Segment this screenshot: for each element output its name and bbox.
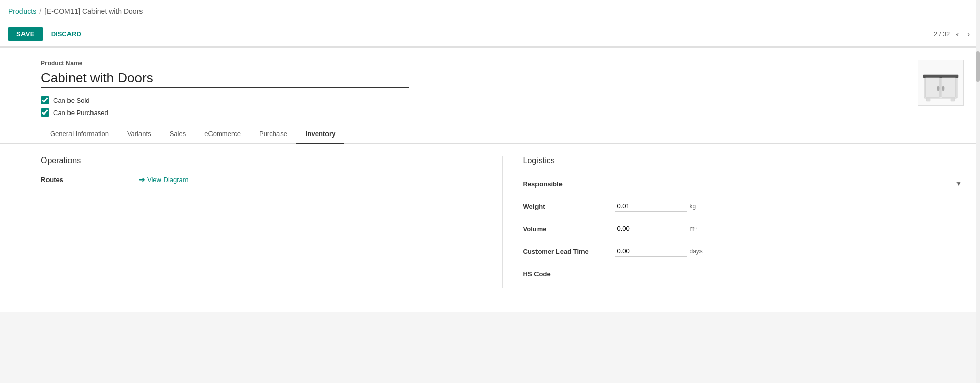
arrow-right-icon: ➜	[139, 175, 145, 184]
tab-general-information[interactable]: General Information	[41, 125, 118, 144]
save-button[interactable]: SAVE	[8, 27, 43, 41]
breadcrumb-products-link[interactable]: Products	[8, 7, 36, 15]
logistics-section: Logistics Responsible ▼	[502, 156, 964, 288]
product-header-left: Product Name Can be Sold Can be Purchase…	[41, 60, 918, 117]
responsible-value: ▼	[615, 178, 964, 189]
tabs-bar: General Information Variants Sales eComm…	[0, 125, 980, 144]
svg-rect-1	[923, 75, 958, 78]
tab-purchase[interactable]: Purchase	[250, 125, 296, 144]
product-name-label: Product Name	[41, 60, 918, 67]
hs-code-row: HS Code	[523, 265, 964, 282]
volume-value: m³	[615, 223, 964, 234]
view-diagram-link[interactable]: ➜ View Diagram	[139, 175, 189, 184]
main-content: Product Name Can be Sold Can be Purchase…	[0, 48, 980, 312]
weight-unit: kg	[690, 202, 696, 210]
volume-input[interactable]	[615, 223, 687, 234]
pager-text: 2 / 32	[934, 30, 950, 38]
tab-sales[interactable]: Sales	[160, 125, 196, 144]
can-be-sold-row: Can be Sold	[41, 96, 918, 104]
can-be-purchased-checkbox[interactable]	[41, 108, 49, 117]
breadcrumb-separator: /	[39, 7, 41, 15]
inventory-tab-content: Operations Routes ➜ View Diagram Logisti…	[41, 144, 964, 300]
responsible-select[interactable]	[615, 178, 964, 189]
responsible-row: Responsible ▼	[523, 175, 964, 192]
customer-lead-time-value: days	[615, 245, 964, 257]
pager-prev-button[interactable]: ‹	[954, 29, 961, 39]
tab-variants[interactable]: Variants	[118, 125, 160, 144]
weight-label: Weight	[523, 202, 615, 210]
logistics-title: Logistics	[523, 156, 964, 165]
breadcrumb-bar: Products / [E-COM11] Cabinet with Doors	[0, 0, 980, 22]
volume-row: Volume m³	[523, 220, 964, 237]
responsible-select-wrapper: ▼	[615, 178, 964, 189]
volume-unit: m³	[690, 225, 697, 232]
can-be-purchased-label[interactable]: Can be Purchased	[53, 109, 108, 117]
can-be-purchased-row: Can be Purchased	[41, 108, 918, 117]
svg-rect-6	[942, 86, 944, 91]
tab-inventory[interactable]: Inventory	[296, 125, 345, 144]
customer-lead-time-row: Customer Lead Time days	[523, 243, 964, 259]
weight-row: Weight kg	[523, 198, 964, 214]
customer-lead-time-label: Customer Lead Time	[523, 247, 615, 255]
scrollbar-track	[976, 0, 980, 312]
can-be-sold-checkbox[interactable]	[41, 96, 49, 104]
svg-rect-5	[937, 86, 939, 91]
checkboxes: Can be Sold Can be Purchased	[41, 96, 918, 117]
volume-label: Volume	[523, 225, 615, 233]
pager-next-button[interactable]: ›	[965, 29, 972, 39]
svg-rect-9	[951, 98, 955, 101]
customer-lead-time-unit: days	[690, 247, 703, 255]
product-header: Product Name Can be Sold Can be Purchase…	[41, 60, 964, 117]
customer-lead-time-input[interactable]	[615, 245, 687, 257]
discard-button[interactable]: DISCARD	[47, 27, 85, 41]
product-form: Product Name Can be Sold Can be Purchase…	[0, 48, 980, 312]
action-bar: SAVE DISCARD 2 / 32 ‹ ›	[0, 22, 980, 46]
product-image[interactable]	[918, 60, 964, 106]
view-diagram-label: View Diagram	[147, 176, 189, 184]
pager-area: 2 / 32 ‹ ›	[934, 29, 972, 39]
action-buttons: SAVE DISCARD	[8, 27, 85, 41]
hs-code-input[interactable]	[615, 268, 717, 279]
hs-code-value	[615, 268, 964, 279]
svg-rect-8	[926, 98, 930, 101]
responsible-label: Responsible	[523, 180, 615, 188]
product-name-input[interactable]	[41, 69, 409, 88]
routes-label: Routes	[41, 176, 133, 184]
scrollbar-thumb[interactable]	[976, 51, 980, 82]
operations-section: Operations Routes ➜ View Diagram	[41, 156, 502, 288]
tab-ecommerce[interactable]: eCommerce	[195, 125, 250, 144]
breadcrumb-current-page: [E-COM11] Cabinet with Doors	[44, 7, 143, 15]
operations-title: Operations	[41, 156, 482, 165]
weight-input[interactable]	[615, 200, 687, 212]
hs-code-label: HS Code	[523, 270, 615, 278]
routes-row: Routes ➜ View Diagram	[41, 175, 482, 184]
breadcrumb: Products / [E-COM11] Cabinet with Doors	[8, 7, 143, 15]
weight-value: kg	[615, 200, 964, 212]
can-be-sold-label[interactable]: Can be Sold	[53, 97, 90, 104]
